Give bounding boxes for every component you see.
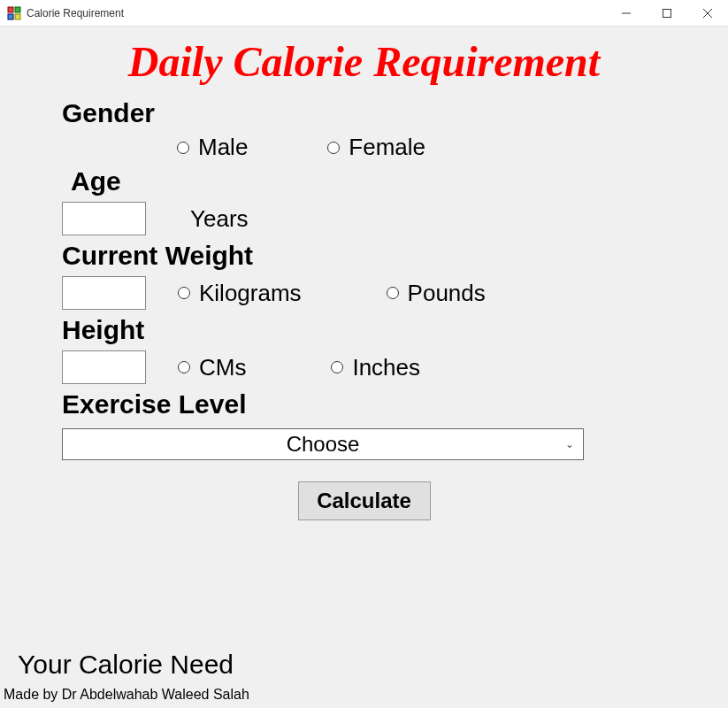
minimize-icon [622,9,631,18]
result-label: Your Calorie Need [18,650,234,680]
window-title: Calorie Requirement [27,7,124,19]
height-input[interactable] [62,350,146,384]
radio-icon [327,142,340,154]
close-button[interactable] [687,0,728,27]
gender-female-label: Female [349,134,425,161]
height-cm-radio[interactable]: CMs [178,354,246,381]
gender-male-label: Male [198,134,248,161]
gender-row: Male Female [177,134,666,161]
chevron-down-icon: ⌄ [565,438,574,450]
form-area: Gender Male Female Age Years Current Wei… [0,98,728,520]
app-icon [7,6,21,20]
age-row: Years [62,202,666,235]
weight-lb-label: Pounds [408,280,486,307]
age-label: Age [71,166,666,196]
height-cm-label: CMs [199,354,246,381]
exercise-dropdown[interactable]: Choose ⌄ [62,428,584,460]
gender-female-radio[interactable]: Female [327,134,425,161]
close-icon [703,9,712,18]
height-label: Height [62,315,666,345]
height-row: CMs Inches [62,350,666,384]
svg-rect-2 [8,14,13,19]
maximize-icon [663,9,671,18]
exercise-selected-text: Choose [287,432,360,457]
credit-text: Made by Dr Abdelwahab Waleed Salah [4,687,249,703]
titlebar: Calorie Requirement [0,0,728,27]
age-unit-label: Years [190,205,249,233]
height-in-label: Inches [352,354,420,381]
minimize-button[interactable] [606,0,647,27]
svg-rect-1 [15,7,20,12]
weight-input[interactable] [62,276,146,310]
radio-icon [387,287,399,299]
radio-icon [178,287,190,299]
age-input[interactable] [62,202,146,235]
radio-icon [177,142,189,154]
weight-kg-radio[interactable]: Kilograms [178,280,302,307]
page-title: Daily Calorie Requirement [0,27,728,93]
maximize-button[interactable] [647,0,687,27]
content-area: Daily Calorie Requirement Gender Male Fe… [0,27,728,708]
svg-rect-5 [663,9,671,17]
gender-label: Gender [62,98,666,128]
weight-kg-label: Kilograms [199,280,302,307]
height-in-radio[interactable]: Inches [331,354,420,381]
radio-icon [178,361,190,373]
svg-rect-0 [8,7,13,12]
calculate-button[interactable]: Calculate [298,481,431,520]
weight-label: Current Weight [62,241,666,271]
exercise-label: Exercise Level [62,389,666,419]
svg-rect-3 [15,14,20,19]
radio-icon [331,361,343,373]
weight-lb-radio[interactable]: Pounds [387,280,486,307]
weight-row: Kilograms Pounds [62,276,666,310]
gender-male-radio[interactable]: Male [177,134,248,161]
